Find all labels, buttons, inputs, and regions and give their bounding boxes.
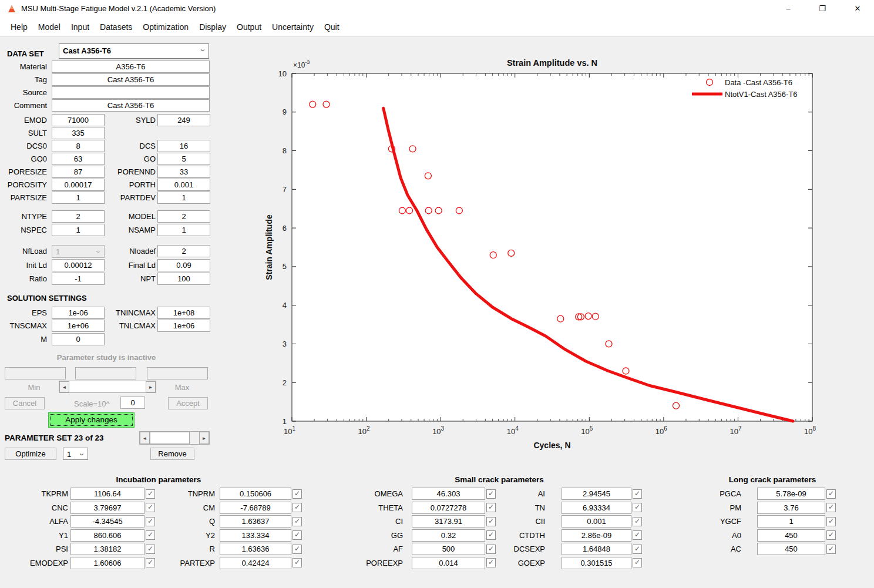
study-slider[interactable] <box>59 381 156 393</box>
field-input[interactable] <box>157 140 210 152</box>
dataset-dropdown[interactable]: Cast A356-T6 <box>59 43 209 59</box>
field-input[interactable] <box>157 210 210 223</box>
parameter-input[interactable] <box>412 515 485 527</box>
checkbox-checked-icon[interactable] <box>486 558 496 567</box>
field-input[interactable] <box>52 99 210 112</box>
field-input[interactable] <box>157 245 210 257</box>
parameter-input[interactable] <box>562 488 631 500</box>
field-input[interactable] <box>157 320 210 332</box>
checkbox-checked-icon[interactable] <box>486 489 496 499</box>
checkbox-checked-icon[interactable] <box>146 545 155 554</box>
field-input[interactable] <box>157 153 210 165</box>
scrollbar-left-arrow-icon[interactable] <box>140 432 150 444</box>
menu-item[interactable]: Optimization <box>143 22 189 32</box>
parameter-input[interactable] <box>412 529 485 542</box>
checkbox-checked-icon[interactable] <box>146 489 155 499</box>
checkbox-checked-icon[interactable] <box>293 530 302 540</box>
checkbox-checked-icon[interactable] <box>293 489 302 499</box>
field-input[interactable] <box>52 61 210 73</box>
menu-item[interactable]: Display <box>199 22 226 32</box>
menu-item[interactable]: Help <box>11 22 28 32</box>
menu-item[interactable]: Quit <box>324 22 339 32</box>
field-input[interactable] <box>157 224 210 236</box>
parameter-input[interactable] <box>757 502 825 514</box>
parameter-input[interactable] <box>562 515 631 527</box>
checkbox-checked-icon[interactable] <box>826 517 836 526</box>
checkbox-checked-icon[interactable] <box>146 558 155 567</box>
parameter-input[interactable] <box>70 543 144 555</box>
field-input[interactable] <box>157 114 210 126</box>
parameter-input[interactable] <box>220 543 291 555</box>
menu-item[interactable]: Input <box>71 22 89 32</box>
cancel-button[interactable]: Cancel <box>5 397 45 409</box>
checkbox-checked-icon[interactable] <box>826 503 836 512</box>
checkbox-checked-icon[interactable] <box>486 503 496 512</box>
slider-left-arrow-icon[interactable] <box>59 381 69 392</box>
checkbox-checked-icon[interactable] <box>633 558 642 567</box>
parameter-input[interactable] <box>412 502 485 514</box>
parameter-input[interactable] <box>70 557 144 569</box>
menu-item[interactable]: Uncertainty <box>272 22 314 32</box>
minimize-button[interactable]: – <box>775 0 802 18</box>
scale-input[interactable] <box>120 397 145 409</box>
parameter-input[interactable] <box>562 543 631 555</box>
scrollbar-thumb[interactable] <box>150 432 190 444</box>
menu-item[interactable]: Datasets <box>100 22 132 32</box>
checkbox-checked-icon[interactable] <box>146 517 155 526</box>
parameter-input[interactable] <box>562 502 631 514</box>
field-input[interactable] <box>52 320 105 332</box>
checkbox-checked-icon[interactable] <box>486 530 496 540</box>
parameter-input[interactable] <box>562 529 631 542</box>
checkbox-checked-icon[interactable] <box>633 489 642 499</box>
checkbox-checked-icon[interactable] <box>293 558 302 567</box>
slider-right-arrow-icon[interactable] <box>146 381 156 392</box>
checkbox-checked-icon[interactable] <box>486 517 496 526</box>
parameter-input[interactable] <box>757 529 825 542</box>
maximize-button[interactable]: ❐ <box>809 0 836 18</box>
field-input[interactable] <box>157 166 210 178</box>
checkbox-checked-icon[interactable] <box>293 503 302 512</box>
checkbox-checked-icon[interactable] <box>293 517 302 526</box>
parameter-input[interactable] <box>220 515 291 527</box>
checkbox-checked-icon[interactable] <box>293 545 302 554</box>
parameter-input[interactable] <box>757 488 825 500</box>
checkbox-checked-icon[interactable] <box>826 545 836 554</box>
checkbox-checked-icon[interactable] <box>486 545 496 554</box>
parameter-set-selector[interactable]: 1 <box>63 448 88 460</box>
checkbox-checked-icon[interactable] <box>146 530 155 540</box>
parameter-input[interactable] <box>70 529 144 542</box>
parameter-input[interactable] <box>220 529 291 542</box>
parameter-input[interactable] <box>757 543 825 555</box>
parameter-input[interactable] <box>220 502 291 514</box>
field-input[interactable] <box>52 273 105 285</box>
field-input[interactable] <box>52 259 105 271</box>
field-input[interactable] <box>52 153 105 165</box>
apply-changes-button[interactable]: Apply changes <box>48 412 135 428</box>
parameter-input[interactable] <box>562 557 631 569</box>
parameter-input[interactable] <box>70 488 144 500</box>
checkbox-checked-icon[interactable] <box>633 517 642 526</box>
menu-item[interactable]: Output <box>237 22 261 32</box>
menu-item[interactable]: Model <box>38 22 60 32</box>
close-button[interactable]: ✕ <box>844 0 871 18</box>
checkbox-checked-icon[interactable] <box>633 503 642 512</box>
field-input[interactable] <box>52 86 210 99</box>
field-input[interactable] <box>52 224 105 236</box>
parameter-input[interactable] <box>412 557 485 569</box>
checkbox-checked-icon[interactable] <box>146 503 155 512</box>
field-input[interactable] <box>52 210 105 223</box>
parameter-input[interactable] <box>220 557 291 569</box>
accept-button[interactable]: Accept <box>168 397 208 409</box>
field-input[interactable] <box>157 273 210 285</box>
field-input[interactable] <box>52 140 105 152</box>
scrollbar-right-arrow-icon[interactable] <box>199 432 209 444</box>
parameter-input[interactable] <box>70 502 144 514</box>
parameter-input[interactable] <box>757 515 825 527</box>
checkbox-checked-icon[interactable] <box>633 530 642 540</box>
field-input[interactable] <box>52 166 105 178</box>
field-input[interactable] <box>157 191 210 204</box>
checkbox-checked-icon[interactable] <box>826 530 836 540</box>
field-input[interactable] <box>157 307 210 319</box>
parameter-input[interactable] <box>412 488 485 500</box>
parameter-input[interactable] <box>220 488 291 500</box>
